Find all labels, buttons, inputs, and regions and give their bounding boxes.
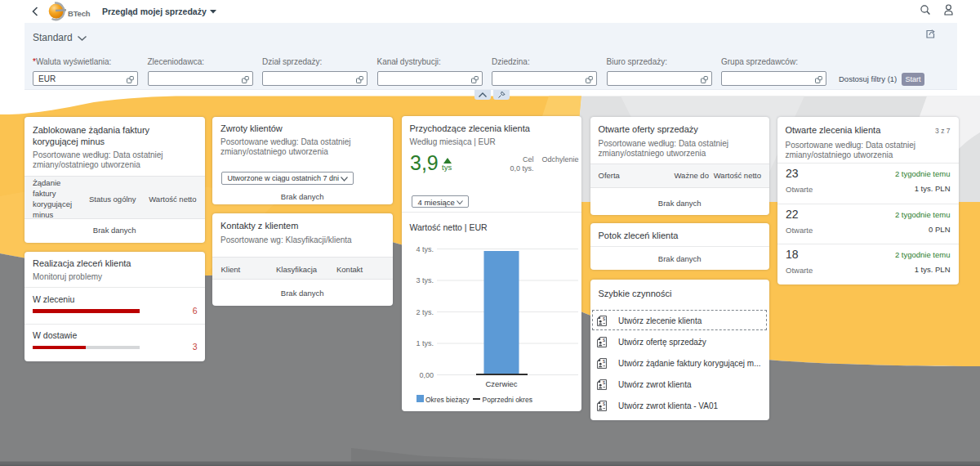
svg-text:BTech: BTech [68, 9, 91, 18]
svg-text:0,00: 0,00 [419, 371, 434, 379]
svg-text:$: $ [603, 338, 606, 343]
svg-text:1 tys.: 1 tys. [416, 339, 434, 347]
svg-text:$: $ [603, 316, 606, 321]
svg-text:$: $ [603, 359, 606, 364]
svg-text:$: $ [603, 380, 606, 385]
svg-text:$: $ [603, 401, 606, 406]
svg-text:Czerwiec: Czerwiec [485, 379, 517, 388]
svg-text:3 tys.: 3 tys. [416, 276, 434, 285]
svg-text:4 tys.: 4 tys. [416, 245, 434, 253]
svg-text:2 tys.: 2 tys. [416, 308, 434, 316]
